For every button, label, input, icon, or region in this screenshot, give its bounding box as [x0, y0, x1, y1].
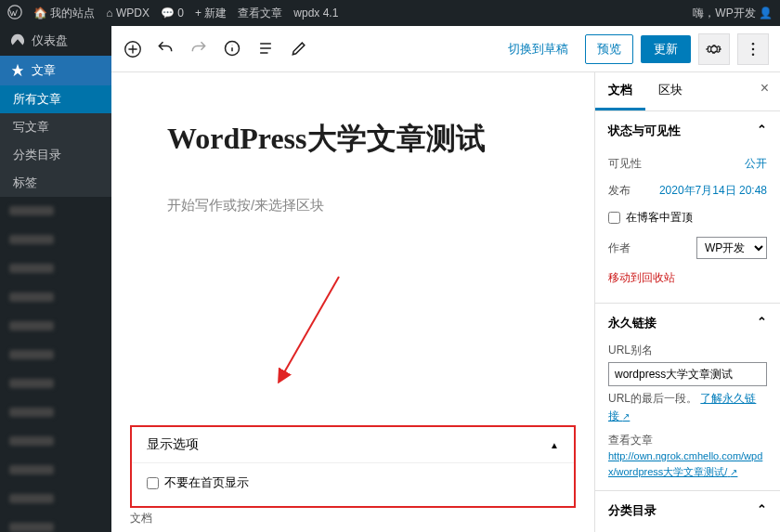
- submenu-all-posts[interactable]: 所有文章: [0, 85, 111, 113]
- footer-text: 文档: [130, 511, 152, 526]
- update-button[interactable]: 更新: [641, 35, 691, 63]
- chevron-up-icon: ⌃: [757, 502, 767, 519]
- svg-point-4: [752, 47, 755, 50]
- edit-icon[interactable]: [290, 39, 310, 59]
- tab-document[interactable]: 文档: [595, 72, 645, 110]
- trash-link[interactable]: 移动到回收站: [608, 265, 767, 292]
- post-title[interactable]: WordPress大学文章测试: [167, 119, 539, 160]
- external-icon: ↗: [730, 467, 737, 477]
- submenu-new-post[interactable]: 写文章: [0, 113, 111, 141]
- publish-value[interactable]: 2020年7月14日 20:48: [659, 183, 767, 199]
- undo-icon[interactable]: [156, 39, 176, 59]
- menu-posts[interactable]: 文章: [0, 56, 111, 85]
- more-options[interactable]: [737, 33, 769, 65]
- slug-label: URL别名: [608, 343, 767, 358]
- comments-link[interactable]: 💬 0: [161, 6, 184, 19]
- pin-icon: [9, 62, 26, 79]
- panel-status-header[interactable]: 状态与可见性⌃: [595, 111, 780, 150]
- panel-permalink-header[interactable]: 永久链接⌃: [595, 304, 780, 343]
- site-link[interactable]: 🏠 我的站点: [33, 6, 95, 21]
- tab-block[interactable]: 区块: [645, 72, 696, 110]
- view-post-label: 查看文章: [608, 433, 767, 448]
- svg-line-6: [283, 277, 339, 374]
- author-label: 作者: [608, 240, 630, 256]
- switch-draft-button[interactable]: 切换到草稿: [499, 35, 578, 63]
- last-part-text: URL的最后一段。: [608, 392, 697, 405]
- post-url-link[interactable]: http://own.ngrok.cmhello.com/wpdx/wordpr…: [608, 448, 767, 479]
- version-label: wpdx 4.1: [293, 6, 338, 19]
- visibility-label: 可见性: [608, 156, 642, 172]
- greeting[interactable]: 嗨，WP开发 👤: [693, 6, 773, 21]
- svg-point-5: [752, 53, 755, 56]
- redo-icon[interactable]: [189, 39, 210, 59]
- menu-label: 仪表盘: [32, 32, 68, 49]
- chevron-up-icon: ⌃: [757, 315, 767, 331]
- author-select[interactable]: WP开发: [696, 237, 767, 259]
- sticky-checkbox[interactable]: [608, 212, 620, 224]
- external-icon: ↗: [622, 411, 630, 422]
- chevron-up-icon: ⌃: [757, 123, 767, 139]
- annotation-arrow: [274, 272, 348, 383]
- menu-dashboard[interactable]: 仪表盘: [0, 26, 111, 56]
- collapse-icon[interactable]: ▲: [550, 440, 559, 450]
- dashboard-icon: [9, 32, 26, 49]
- view-post-link[interactable]: 查看文章: [238, 6, 282, 21]
- wp-logo-icon[interactable]: [7, 5, 22, 22]
- display-options-title: 显示选项: [147, 436, 199, 453]
- preview-button[interactable]: 预览: [585, 34, 633, 64]
- info-icon[interactable]: [223, 39, 243, 59]
- wpdx-link[interactable]: ⌂ WPDX: [106, 6, 150, 19]
- visibility-value[interactable]: 公开: [745, 156, 767, 172]
- hide-homepage-label: 不要在首页显示: [164, 474, 249, 491]
- display-options-panel: 显示选项 ▲ 不要在首页显示: [130, 425, 576, 508]
- svg-point-3: [752, 42, 755, 45]
- add-block-icon[interactable]: [123, 39, 143, 59]
- block-placeholder[interactable]: 开始写作或按/来选择区块: [167, 197, 539, 214]
- submenu-tags[interactable]: 标签: [0, 169, 111, 197]
- close-panel-icon[interactable]: ×: [749, 72, 780, 110]
- hide-homepage-checkbox[interactable]: [147, 477, 159, 489]
- settings-toggle[interactable]: [698, 33, 730, 65]
- menu-label: 文章: [32, 62, 56, 79]
- submenu-categories[interactable]: 分类目录: [0, 141, 111, 169]
- slug-input[interactable]: [608, 362, 767, 386]
- sticky-label: 在博客中置顶: [626, 210, 693, 226]
- publish-label: 发布: [608, 183, 630, 199]
- outline-icon[interactable]: [256, 39, 277, 59]
- panel-categories-header[interactable]: 分类目录⌃: [595, 491, 780, 530]
- new-link[interactable]: + 新建: [195, 6, 227, 21]
